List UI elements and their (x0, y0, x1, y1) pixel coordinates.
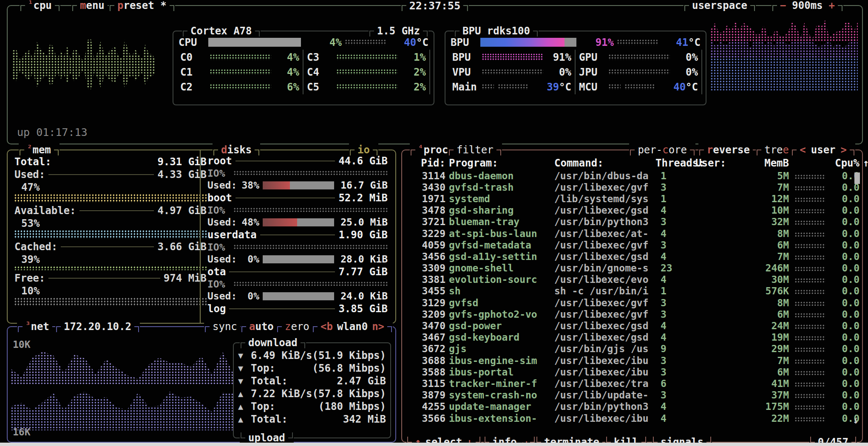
net-sync-toggle[interactable]: sync (204, 320, 246, 333)
core-row: C0 4% (177, 50, 304, 65)
interval-decrease-button[interactable]: − (780, 0, 786, 11)
userspace-toggle[interactable]: userspace (684, 0, 756, 12)
disk-used-meter (263, 292, 334, 300)
threads-cell: 4 (655, 274, 692, 285)
user-next-arrow[interactable]: > (841, 144, 847, 156)
disk-item: ota7.77 GiB IO% Used: 0% 24.0 KiB (207, 265, 388, 302)
net-prev-interface[interactable]: <b (321, 321, 333, 333)
table-row[interactable]: 3455 sh sh -c /usr/bin/i 1 576K 0.0 (402, 285, 862, 297)
net-stat-label: Top: (251, 401, 275, 412)
threads-cell: 3 (655, 367, 692, 378)
mem-cell: 30M (735, 274, 789, 285)
column-threads[interactable]: Threads: (655, 157, 692, 169)
net-box-title[interactable]: ³net (17, 320, 58, 333)
reverse-toggle[interactable]: reverse (698, 144, 758, 156)
filter-button[interactable]: filter (448, 144, 502, 156)
table-row[interactable]: 3588 ibus-portal /usr/libexec/ibu 3 6M 0… (402, 366, 862, 378)
table-row[interactable]: 4255 update-manager /usr/bin/python3 4 1… (402, 401, 862, 412)
net-hotkey-number: ³ (26, 320, 30, 329)
table-row[interactable]: 3721 blueman-tray /usr/bin/python3 3 32M… (402, 216, 862, 228)
cpu-history-dots (795, 290, 825, 294)
cpu-history-dots (795, 313, 825, 318)
up-arrow-icon: ↑ (415, 436, 421, 443)
core-grid: C0 4% C3 1% C1 4% (173, 50, 434, 94)
disk-size: 1.90 GiB (338, 229, 388, 241)
net-interface-switcher[interactable]: <b wlan0 n> (312, 320, 393, 333)
sort-direction-icon: ↑ (863, 157, 868, 169)
net-stat-label: Total: (251, 413, 288, 425)
table-row[interactable]: 3688 ibus-engine-sim /usr/libexec/ibu 3 … (402, 355, 862, 366)
proc-hotkey-number: ⁴ (418, 144, 423, 152)
disk-used-label: Used: (207, 217, 235, 228)
cpu-cell: 0.0 (833, 228, 859, 239)
net-next-interface[interactable]: n> (372, 321, 384, 333)
mem-box-title[interactable]: ²mem (19, 144, 60, 156)
table-row[interactable]: 1971 systemd /lib/systemd/sys 1 12M 0.0 (402, 193, 862, 204)
preset-button[interactable]: preset * (109, 0, 175, 12)
table-row[interactable]: 3209 gvfs-gphoto2-vo /usr/libexec/gvf 3 … (402, 308, 862, 320)
user-prev-arrow[interactable]: < (800, 144, 806, 156)
user-filter-label: user (811, 144, 836, 156)
disk-io-label: IO% (207, 242, 230, 253)
info-action[interactable]: info ↵ (484, 436, 536, 443)
signals-action[interactable]: signals (652, 436, 712, 443)
table-row[interactable]: 3129 gvfsd /usr/libexec/gvf 3 8M 0.0 (402, 297, 862, 308)
core-percent: 2% (402, 81, 426, 93)
column-command[interactable]: Command: (554, 157, 652, 169)
proc-title-label: proc (423, 144, 448, 156)
core-percent: 6% (275, 81, 299, 93)
cpu-cell: 0.0 (833, 216, 859, 227)
core-row: C1 4% (177, 65, 304, 79)
column-user[interactable]: User: (695, 157, 731, 169)
disk-item: root44.6 GiB IO% Used: 38% 16.7 GiB (207, 155, 388, 192)
mem-entry: Cached:3.66 GiB 39% (14, 240, 207, 270)
net-stat-label: 6.49 KiB/s (251, 350, 312, 361)
net-stat-row: ▲ 7.22 KiB/s (57.8 Kibps) (234, 387, 390, 400)
io-mode-toggle[interactable]: io (349, 144, 378, 156)
table-row[interactable]: 3114 dbus-daemon /usr/bin/dbus-da 1 5M 0… (402, 170, 862, 181)
interval-increase-button[interactable]: + (829, 0, 835, 11)
mem-entry-label: Available: (14, 205, 76, 217)
table-row[interactable]: 3566 ibus-extension- /usr/libexec/ibu 4 … (402, 412, 862, 424)
column-memb[interactable]: MemB (735, 157, 789, 169)
table-row[interactable]: 3470 gsd-power /usr/libexec/gsd 4 24M 0.… (402, 320, 862, 331)
pid-cell: 3129 (408, 297, 445, 308)
cpu-box: ¹cpu menu preset * 22:37:55 userspace − … (7, 5, 863, 144)
program-cell: gjs (449, 343, 551, 354)
pid-cell: 3115 (408, 378, 445, 389)
table-row[interactable]: 3879 system-crash-no /usr/lib/update- 3 … (402, 390, 862, 401)
table-row[interactable]: 3467 gsd-keyboard /usr/libexec/gsd 4 19M… (402, 332, 862, 343)
mem-entry-meter (14, 266, 207, 270)
select-action[interactable]: ↑ select ↓ (406, 436, 481, 443)
table-row[interactable]: 3381 evolution-sourc /usr/libexec/evo 4 … (402, 274, 862, 285)
table-row[interactable]: 3672 gjs /usr/bin/gjs /us 9 29M 0.0 (402, 343, 862, 355)
scrollbar-thumb[interactable] (854, 172, 860, 184)
table-row[interactable]: 3115 tracker-miner-f /usr/libexec/tra 6 … (402, 378, 862, 389)
bpu-unit-percent: 91% (547, 51, 571, 63)
mem-total-row: Total:9.31 GiB (14, 155, 207, 168)
menu-button[interactable]: menu (71, 0, 113, 12)
table-row[interactable]: 3456 gsd-a11y-settin /usr/libexec/gsd 4 … (402, 251, 862, 262)
update-interval: − 900ms + (772, 0, 843, 12)
table-row[interactable]: 3229 at-spi-bus-laun /usr/libexec/at- 4 … (402, 228, 862, 239)
threads-cell: 3 (655, 309, 692, 320)
soc-temp-history-blue (498, 84, 528, 90)
terminate-action[interactable]: terminate (536, 436, 608, 443)
mem-cell: 8M (735, 228, 789, 239)
per-core-toggle[interactable]: per-core (629, 144, 695, 156)
user-filter-switcher[interactable]: < user > (791, 144, 855, 156)
table-row[interactable]: 3478 gsd-sharing /usr/libexec/gsd 4 10M … (402, 205, 862, 216)
table-row[interactable]: 3309 gnome-shell /usr/bin/gnome-s 23 246… (402, 263, 862, 274)
program-cell: gnome-shell (449, 263, 551, 274)
disks-title[interactable]: disks (213, 144, 260, 156)
command-cell: /usr/libexec/gvf (554, 182, 652, 193)
cpu-history-dots (795, 336, 825, 341)
column-cpu[interactable]: Cpu% (833, 157, 859, 169)
program-cell: gvfs-gphoto2-vo (449, 309, 551, 320)
kill-action[interactable]: kill (605, 436, 647, 443)
table-row[interactable]: 3430 gvfsd-trash /usr/libexec/gvf 3 7M 0… (402, 181, 862, 193)
column-program[interactable]: Program: (449, 157, 551, 169)
column-pid[interactable]: Pid: (408, 157, 445, 169)
cpu-box-title[interactable]: ¹cpu (20, 0, 60, 12)
table-row[interactable]: 4059 gvfsd-metadata /usr/libexec/gvf 3 6… (402, 239, 862, 251)
